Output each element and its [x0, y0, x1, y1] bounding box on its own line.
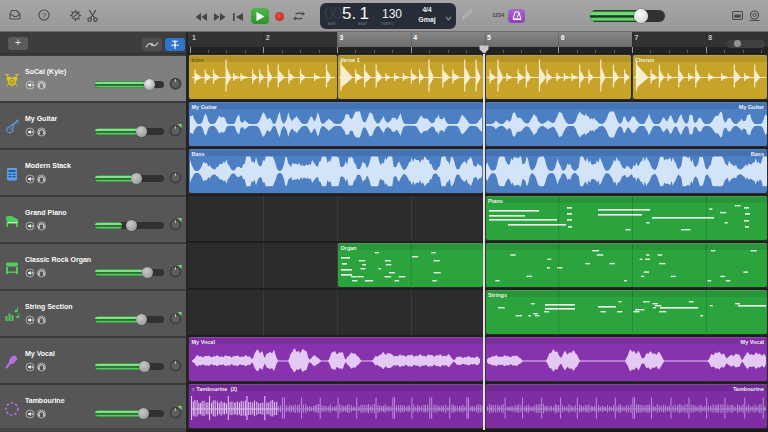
svg-text:?: ? — [42, 11, 46, 20]
